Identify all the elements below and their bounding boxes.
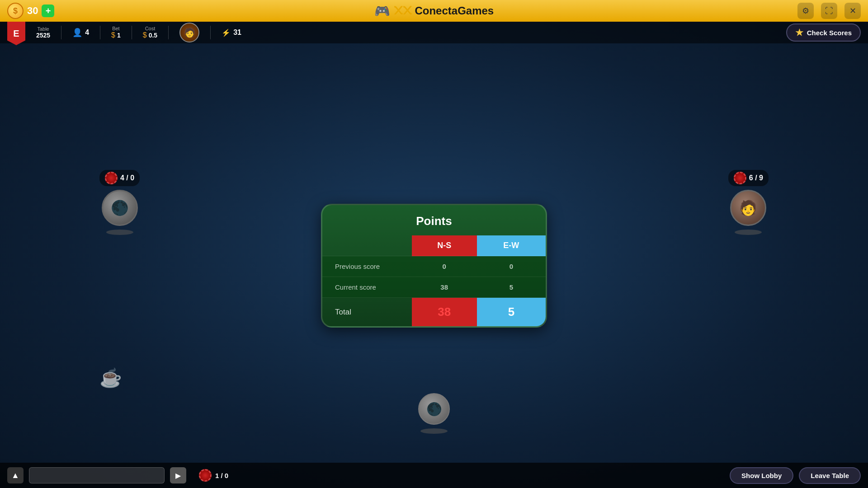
tricks-icon: ⚡: [222, 28, 231, 37]
close-button[interactable]: ✕: [844, 3, 861, 19]
top-bar: $ 30 + 🎮 ᙭᙭ ConectaGames ⚙ ⛶ ✕: [0, 0, 868, 22]
separator-2: [100, 26, 100, 39]
check-scores-button[interactable]: ★ Check Scores: [786, 23, 861, 42]
chat-input[interactable]: [29, 467, 165, 483]
check-scores-label: Check Scores: [807, 29, 852, 37]
ew-header: E-W: [477, 235, 546, 256]
separator-5: [210, 26, 211, 39]
settings-button[interactable]: ⚙: [797, 3, 814, 19]
cost-value: 0.5: [149, 32, 157, 39]
send-chat-button[interactable]: ▶: [170, 467, 186, 483]
coin-amount: 30: [27, 5, 38, 17]
bottom-chip-icon: [199, 469, 212, 482]
cost-label: Cost: [145, 26, 156, 31]
star-icon: ★: [795, 27, 803, 38]
separator-1: [61, 26, 61, 39]
cost-dollar-icon: $: [143, 31, 147, 39]
modal-overlay: Points N-S E-W Previous score 0 0: [0, 43, 868, 488]
separator-4: [168, 26, 169, 39]
position-badge: E: [7, 22, 25, 45]
modal-title: Points: [322, 205, 546, 235]
cost-info: Cost $ 0.5: [143, 26, 157, 39]
bottom-bar: ▲ ▶ 1 / 0 Show Lobby Leave Table: [0, 463, 868, 488]
leave-table-button[interactable]: Leave Table: [799, 467, 861, 484]
bottom-actions: Show Lobby Leave Table: [730, 467, 861, 484]
logo-icon: 🎮: [374, 4, 390, 19]
total-row: Total 38 5: [322, 298, 546, 327]
bet-label: Bet: [112, 26, 120, 31]
separator-3: [132, 26, 132, 39]
current-ew-value: 5: [477, 277, 546, 298]
previous-score-row: Previous score 0 0: [322, 256, 546, 277]
profile-avatar: 🧑: [179, 23, 199, 42]
players-count: 4: [85, 28, 89, 37]
previous-ns-value: 0: [412, 256, 477, 277]
current-ns-value: 38: [412, 277, 477, 298]
total-label: Total: [322, 298, 412, 327]
previous-ew-value: 0: [477, 256, 546, 277]
current-score-label: Current score: [322, 277, 412, 298]
players-icon: 👤: [72, 28, 82, 38]
players-info: 👤 4: [72, 28, 89, 38]
total-ew-value: 5: [477, 298, 546, 327]
logo-text: ᙭᙭ ConectaGames: [394, 5, 494, 17]
top-right-icons: ⚙ ⛶ ✕: [797, 3, 861, 19]
expand-chat-button[interactable]: ▲: [7, 467, 24, 483]
game-area: 4 / 0 🌑 6 / 9 🧑 ☕ 🌑 Points N-S: [0, 43, 868, 488]
bet-value: 1: [117, 32, 121, 39]
info-bar: E Table 2525 👤 4 Bet $ 1 Cost $ 0.5 🧑 ⚡ …: [0, 22, 868, 43]
bet-dollar-icon: $: [111, 31, 115, 39]
bottom-tricks-value: 1 / 0: [215, 472, 228, 479]
points-table: N-S E-W Previous score 0 0 Current score…: [322, 235, 546, 326]
total-ns-value: 38: [412, 298, 477, 327]
table-header-row: N-S E-W: [322, 235, 546, 256]
coin-icon: $: [7, 3, 24, 19]
add-coins-button[interactable]: +: [42, 5, 54, 17]
coin-area: $ 30 +: [7, 3, 54, 19]
fullscreen-button[interactable]: ⛶: [821, 3, 837, 19]
show-lobby-button[interactable]: Show Lobby: [730, 467, 793, 484]
table-info: Table 2525: [36, 26, 50, 39]
tricks-value: 31: [233, 28, 241, 37]
bet-info: Bet $ 1: [111, 26, 121, 39]
bottom-chip-area: 1 / 0: [199, 469, 228, 482]
points-modal: Points N-S E-W Previous score 0 0: [321, 204, 547, 328]
empty-header: [322, 235, 412, 256]
logo: 🎮 ᙭᙭ ConectaGames: [374, 4, 494, 19]
tricks-info: ⚡ 31: [222, 28, 241, 37]
ns-header: N-S: [412, 235, 477, 256]
previous-score-label: Previous score: [322, 256, 412, 277]
table-value: 2525: [36, 32, 50, 39]
current-score-row: Current score 38 5: [322, 277, 546, 298]
table-label: Table: [37, 26, 49, 32]
